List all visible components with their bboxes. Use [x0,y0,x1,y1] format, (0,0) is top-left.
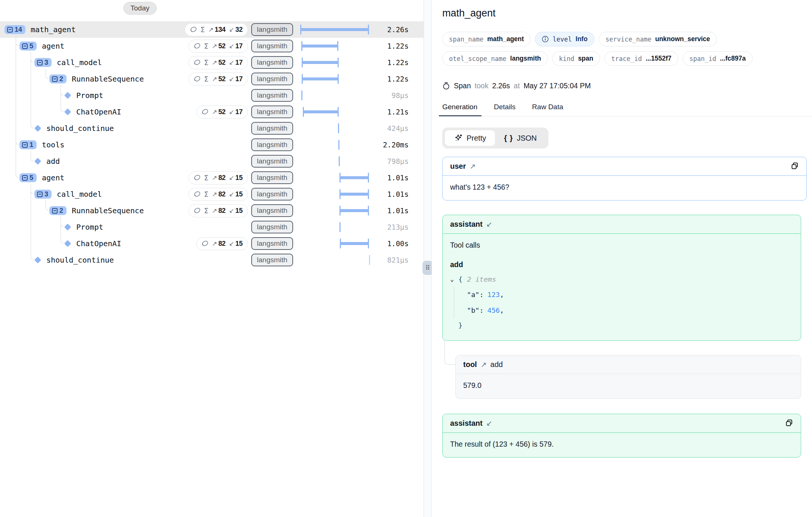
span-attribute-pills: span_namemath_agentlevelInfoservice_name… [442,32,771,66]
json-entry-a: "a":123, [467,287,793,303]
node-name: should_continue [46,124,114,133]
message-role: tool [463,360,477,369]
token-column: ↗82↙15 [177,237,248,250]
duration-label: 2.26s [371,25,409,34]
duration-bar-track [296,54,371,71]
pill-value: ...1552f7 [646,55,671,62]
copy-button[interactable] [784,418,795,429]
duration-bar-track [296,137,371,153]
output-tokens: ↙15 [229,190,243,198]
token-usage-badge: Σ↗82↙15 [188,188,248,201]
tree-row-RunnableSequence[interactable]: 2RunnableSequenceΣ↗52↙17langsmith1.22s [0,71,424,87]
arrow-up-right-icon: ↗ [212,174,217,182]
items-count-label: 2 items [467,275,496,284]
child-count: 5 [30,174,33,181]
message-card-user: user ↗ what's 123 + 456? [442,157,807,201]
braces-icon: { } [504,134,513,143]
token-column: Σ↗82↙15 [177,171,248,184]
collapse-badge[interactable]: 3 [34,190,52,199]
tree-row-should_continue[interactable]: should_continuelangsmith424µs [0,120,424,137]
token-column: Σ↗82↙15 [177,188,248,201]
input-tokens: ↗52 [212,42,226,50]
pill-key: trace_id [611,55,642,62]
tab-details[interactable]: Details [494,103,516,116]
assistant-message-header[interactable]: assistant ↙ [443,414,801,433]
tree-row-math_agent[interactable]: 14math_agentΣ↗134↙32langsmith2.26s [0,21,424,38]
child-count: 1 [30,141,33,148]
arrow-up-right-icon: ↗ [212,190,217,198]
tree-row-call_model[interactable]: 3call_modelΣ↗52↙17langsmith1.22s [0,54,424,71]
langsmith-tag: langsmith [251,89,293,102]
sparkle-icon [454,134,463,143]
collapse-minus-icon [52,76,58,82]
output-tokens: ↙32 [229,26,243,34]
duration-bar [302,77,339,80]
token-usage-badge: ↗52↙17 [196,105,248,119]
panel-resize-handle[interactable]: ⠿ [422,261,433,275]
tree-row-main: should_continue [0,124,177,133]
duration-bar [303,110,339,113]
duration-tick [339,156,340,166]
collapse-badge[interactable]: 2 [49,206,67,215]
collapse-badge[interactable]: 2 [49,74,67,83]
collapse-badge[interactable]: 5 [19,173,37,182]
tag-column: langsmith [248,237,296,250]
tree-row-call_model[interactable]: 3call_modelΣ↗82↙15langsmith1.01s [0,186,424,202]
langsmith-tag: langsmith [251,73,293,85]
tool-call-name: add [450,260,793,270]
collapse-badge[interactable]: 14 [4,25,25,34]
tree-row-RunnableSequence[interactable]: 2RunnableSequenceΣ↗82↙15langsmith1.01s [0,202,424,219]
diamond-icon [34,257,41,264]
trace-tree-panel: Today 14math_agentΣ↗134↙32langsmith2.26s… [0,0,424,517]
tree-row-agent[interactable]: 5agentΣ↗52↙17langsmith1.22s [0,38,424,54]
coin-icon [194,174,201,181]
collapse-badge[interactable]: 5 [19,42,37,51]
tool-call-args-json: ⌄ { 2 items "a":123,"b":456, } [450,272,793,333]
tree-row-main: add [0,157,177,166]
tree-row-tools[interactable]: 1toolslangsmith2.20ms [0,137,424,153]
user-message-header[interactable]: user ↗ [443,157,806,176]
tag-column: langsmith [248,204,296,217]
span-title: math_agent [442,7,807,19]
tool-message-header[interactable]: tool ↗ add [456,355,801,374]
copy-icon [790,162,799,171]
duration-label: 1.01s [371,207,409,215]
tree-row-main: ChatOpenAI [0,239,177,248]
tree-row-agent[interactable]: 5agentΣ↗82↙15langsmith1.01s [0,169,424,186]
pretty-view-button[interactable]: Pretty [445,130,495,146]
output-tokens: ↙17 [229,75,243,83]
output-tokens: ↙15 [229,174,243,182]
assistant-message-header[interactable]: assistant ↙ [443,215,801,234]
arrow-down-left-icon: ↙ [229,26,234,34]
token-usage-badge: Σ↗52↙17 [188,56,248,69]
info-icon [542,36,549,43]
tab-raw-data[interactable]: Raw Data [532,103,563,116]
collapse-badge[interactable]: 1 [19,140,37,149]
input-arrow-icon: ↗ [481,360,487,369]
tree-row-add[interactable]: addlangsmith798µs [0,153,424,169]
tag-column: langsmith [248,56,296,69]
assistant-final-body: The result of (123 + 456) is 579. [443,433,801,457]
collapse-badge[interactable]: 3 [34,58,52,67]
attribute-pill-otel_scope_name: otel_scope_namelangsmith [442,51,548,66]
tag-column: langsmith [248,188,296,201]
copy-button[interactable] [789,161,800,172]
arrow-down-left-icon: ↙ [229,75,234,83]
tab-generation[interactable]: Generation [442,103,477,116]
duration-bar [301,45,338,48]
input-tokens: ↗82 [212,190,226,198]
summary-duration: 2.26s [492,82,510,90]
trace-tree: 14math_agentΣ↗134↙32langsmith2.26s5agent… [0,0,424,268]
json-view-button[interactable]: { } JSON [495,130,545,146]
detail-tabs: GenerationDetailsRaw Data [442,103,812,116]
collapse-chevron-icon[interactable]: ⌄ [450,275,458,284]
tool-message-body: 579.0 [456,374,801,398]
span-summary: Span took 2.26s at May 27 17:05:04 PM [442,82,807,90]
langsmith-tag: langsmith [251,23,293,36]
sigma-icon: Σ [204,42,209,50]
duration-tick [338,123,339,133]
node-name: math_agent [31,25,76,34]
duration-label: 1.21s [371,108,409,116]
tree-row-should_continue[interactable]: should_continuelangsmith821µs [0,252,424,268]
duration-bar-track [296,21,371,38]
